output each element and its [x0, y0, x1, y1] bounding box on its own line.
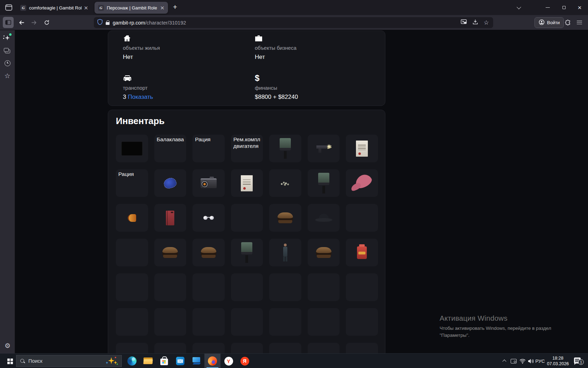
inventory-cell[interactable]: [308, 204, 340, 232]
search-highlights-icon[interactable]: [105, 356, 118, 366]
file-explorer-taskbar-button[interactable]: [140, 354, 156, 368]
inventory-cell[interactable]: [269, 273, 301, 301]
inventory-cell[interactable]: [346, 308, 378, 336]
reload-button[interactable]: [41, 15, 52, 30]
inventory-cell[interactable]: [116, 135, 148, 162]
extensions-icon[interactable]: [562, 15, 574, 30]
inventory-cell[interactable]: [346, 273, 378, 301]
minimize-button[interactable]: [541, 0, 555, 15]
tab-character[interactable]: G Персонаж | Gambit Role Play ✕: [94, 2, 168, 14]
firefox-view-icon[interactable]: [5, 4, 13, 11]
sidebar-toggle-button[interactable]: [3, 17, 14, 28]
hidden-icons-chevron-icon[interactable]: [500, 354, 509, 368]
inventory-cell[interactable]: [269, 239, 301, 266]
inventory-cell[interactable]: [308, 343, 340, 353]
inventory-cell[interactable]: [308, 273, 340, 301]
menu-icon[interactable]: [573, 15, 585, 30]
tab-close-icon[interactable]: ✕: [160, 5, 164, 11]
black-screen-item-icon: [121, 142, 142, 156]
login-button[interactable]: Войти: [534, 17, 564, 28]
inventory-cell[interactable]: [269, 343, 301, 353]
inventory-cell[interactable]: [231, 204, 263, 232]
inventory-cell[interactable]: [116, 343, 148, 353]
tracking-shield-icon[interactable]: [97, 19, 103, 26]
yandex-search-taskbar-button[interactable]: Я: [237, 354, 253, 368]
settings-gear-icon[interactable]: ⚙: [0, 342, 15, 350]
inventory-cell[interactable]: [192, 308, 225, 336]
bookmark-star-icon[interactable]: ☆: [484, 20, 489, 26]
inventory-cell[interactable]: [154, 204, 187, 232]
browser-nav-bar: gambit-rp.com/character/310192 ☆ Войти: [0, 15, 588, 30]
inventory-cell[interactable]: [192, 343, 225, 353]
show-transport-link[interactable]: Показать: [128, 94, 153, 100]
tab-comforteagle[interactable]: G comforteagle | Gambit Role Play ✕: [17, 2, 92, 14]
tab-close-icon[interactable]: ✕: [84, 5, 88, 11]
inventory-cell[interactable]: [346, 343, 378, 353]
inventory-cell[interactable]: [269, 135, 301, 162]
inventory-cell[interactable]: [308, 169, 340, 197]
new-tab-button[interactable]: +: [173, 3, 177, 11]
inventory-cell[interactable]: [192, 204, 225, 232]
inventory-cell[interactable]: [192, 239, 225, 266]
inventory-cell[interactable]: [308, 239, 340, 266]
lock-icon[interactable]: [106, 20, 110, 25]
microsoft-store-taskbar-button[interactable]: [156, 354, 172, 368]
forward-button[interactable]: [28, 15, 40, 30]
taskbar-clock[interactable]: 18:28 07.03.2026: [545, 355, 571, 367]
inventory-cell[interactable]: Рация: [192, 135, 225, 162]
inventory-cell[interactable]: Рем.компл двигателя: [231, 135, 263, 162]
inventory-cell[interactable]: [116, 239, 148, 266]
monitor-taskbar-button[interactable]: [188, 354, 204, 368]
inventory-cell[interactable]: [192, 169, 225, 197]
history-icon[interactable]: [4, 60, 11, 67]
inventory-cell[interactable]: [116, 308, 148, 336]
inventory-cell[interactable]: [231, 273, 263, 301]
volume-icon[interactable]: [526, 354, 536, 368]
inventory-cell[interactable]: [308, 135, 340, 162]
ai-chat-icon[interactable]: [4, 34, 11, 41]
close-window-button[interactable]: ×: [573, 0, 587, 15]
inventory-cell[interactable]: [154, 273, 187, 301]
inventory-cell[interactable]: [346, 169, 378, 197]
wifi-icon[interactable]: [518, 354, 527, 368]
url-text[interactable]: gambit-rp.com/character/310192: [113, 20, 461, 26]
inventory-cell[interactable]: [269, 308, 301, 336]
start-button[interactable]: [4, 354, 16, 368]
yandex-browser-taskbar-button[interactable]: Y: [220, 354, 237, 368]
inventory-cell[interactable]: Рация: [116, 169, 148, 197]
bookmarks-icon[interactable]: ☆: [4, 72, 11, 79]
firefox-taskbar-button[interactable]: [204, 354, 220, 368]
download-icon[interactable]: [472, 19, 478, 26]
inventory-cell[interactable]: [269, 169, 301, 197]
tray-display-icon[interactable]: [509, 354, 518, 368]
inventory-cell[interactable]: [308, 308, 340, 336]
edge-taskbar-button[interactable]: [124, 354, 140, 368]
inventory-cell[interactable]: [231, 308, 263, 336]
inventory-cell[interactable]: [231, 343, 263, 353]
back-button[interactable]: [15, 15, 27, 30]
inventory-cell[interactable]: [192, 273, 225, 301]
inventory-cell[interactable]: [231, 239, 263, 266]
inventory-cell[interactable]: [154, 239, 187, 266]
inventory-cell[interactable]: [346, 239, 378, 266]
inventory-cell[interactable]: [154, 169, 187, 197]
taskbar-search-box[interactable]: Поиск: [16, 355, 122, 367]
inventory-cell[interactable]: [154, 343, 187, 353]
outlook-taskbar-button[interactable]: [172, 354, 188, 368]
stat-label: объекты бизнеса: [255, 45, 296, 51]
inventory-cell[interactable]: [346, 204, 378, 232]
synced-tabs-icon[interactable]: [4, 47, 11, 54]
language-indicator[interactable]: РУС: [535, 354, 545, 368]
url-bar[interactable]: gambit-rp.com/character/310192 ☆: [94, 17, 493, 28]
inventory-cell[interactable]: [116, 273, 148, 301]
inventory-cell[interactable]: Балаклава: [154, 135, 187, 162]
tab-list-chevron-icon[interactable]: [512, 0, 526, 15]
inventory-cell[interactable]: [116, 204, 148, 232]
inventory-cell[interactable]: [154, 308, 187, 336]
inventory-cell[interactable]: [231, 169, 263, 197]
inventory-cell[interactable]: [346, 135, 378, 162]
inventory-cell[interactable]: [269, 204, 301, 232]
restore-button[interactable]: [557, 0, 571, 15]
picture-in-picture-icon[interactable]: [461, 19, 467, 26]
desktop: G comforteagle | Gambit Role Play ✕ G Пе…: [0, 0, 588, 368]
